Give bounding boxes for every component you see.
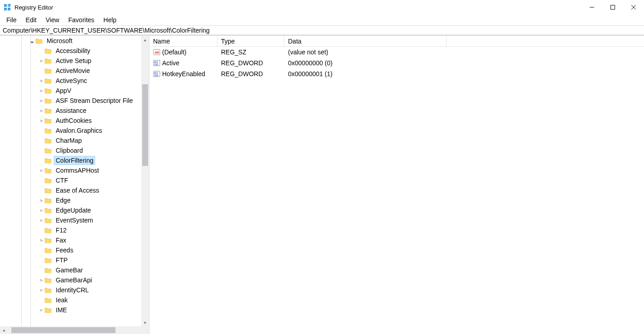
tree-item[interactable]: >CommsAPHost (0, 165, 149, 175)
tree-item-label: CharMap (54, 136, 83, 145)
tree-item[interactable]: >AuthCookies (0, 116, 149, 126)
value-name: (Default) (162, 48, 187, 56)
column-header-data[interactable]: Data (284, 36, 447, 46)
regedit-icon (4, 4, 11, 11)
scroll-left-arrow-icon[interactable]: ◂ (0, 326, 8, 334)
value-row[interactable]: ab(Default)REG_SZ(value not set) (149, 47, 644, 58)
column-header-name[interactable]: Name (149, 36, 217, 46)
minimize-button[interactable] (582, 0, 602, 15)
address-bar[interactable]: Computer\HKEY_CURRENT_USER\SOFTWARE\Micr… (0, 25, 644, 35)
tree-item[interactable]: >AppV (0, 86, 149, 96)
values-body[interactable]: ab(Default)REG_SZ(value not set)011110Ac… (149, 47, 644, 334)
tree-content[interactable]: ⌄MicrosoftAccessibility>Active SetupActi… (0, 36, 149, 315)
scroll-thumb[interactable] (142, 84, 148, 166)
value-name: HotkeyEnabled (162, 70, 205, 77)
menu-file[interactable]: File (2, 15, 21, 24)
reg-sz-icon: ab (153, 48, 160, 56)
tree-item[interactable]: >EdgeUpdate (0, 205, 149, 215)
folder-icon (44, 58, 52, 64)
tree-item-label: AppV (54, 87, 72, 95)
tree-item[interactable]: GameBar (0, 265, 149, 275)
menu-help[interactable]: Help (99, 15, 121, 24)
chevron-right-icon[interactable]: > (38, 237, 44, 243)
tree-item[interactable]: >Active Setup (0, 56, 149, 66)
scroll-thumb-h[interactable] (11, 327, 115, 333)
close-button[interactable] (623, 0, 644, 15)
tree-item[interactable]: >Fax (0, 235, 149, 245)
menu-view[interactable]: View (41, 15, 64, 24)
chevron-down-icon[interactable]: ⌄ (29, 37, 35, 44)
tree-item[interactable]: F12 (0, 225, 149, 235)
chevron-right-icon[interactable]: > (38, 198, 44, 203)
svg-rect-0 (4, 4, 7, 7)
folder-icon (44, 167, 52, 174)
tree-item-label: F12 (54, 226, 68, 234)
tree-vertical-scrollbar[interactable]: ▴ ▾ (141, 36, 149, 326)
tree-item[interactable]: Feeds (0, 245, 149, 255)
tree-item[interactable]: Avalon.Graphics (0, 126, 149, 136)
folder-icon (35, 38, 43, 44)
chevron-right-icon[interactable]: > (38, 118, 44, 124)
folder-icon (44, 287, 52, 293)
value-type: REG_DWORD (217, 70, 284, 77)
chevron-right-icon[interactable]: > (38, 307, 44, 313)
tree-horizontal-scrollbar[interactable]: ◂ ▸ (0, 326, 149, 334)
folder-icon (44, 207, 52, 213)
tree-item-label: Edge (54, 196, 72, 204)
tree-item[interactable]: ⌄Microsoft (0, 36, 149, 46)
chevron-right-icon[interactable]: > (38, 58, 44, 64)
tree-item[interactable]: Ieak (0, 295, 149, 305)
tree-item[interactable]: ColorFiltering (0, 155, 149, 165)
scroll-down-arrow-icon[interactable]: ▾ (141, 319, 149, 326)
folder-icon (44, 237, 52, 243)
chevron-right-icon[interactable]: > (38, 277, 44, 283)
chevron-right-icon[interactable]: > (38, 208, 44, 213)
tree-item[interactable]: Clipboard (0, 145, 149, 155)
scroll-up-arrow-icon[interactable]: ▴ (141, 36, 149, 44)
values-pane: Name Type Data ab(Default)REG_SZ(value n… (149, 36, 644, 334)
tree-item[interactable]: FTP (0, 255, 149, 265)
tree-item-label: Assistance (54, 106, 88, 115)
tree-item-label: AuthCookies (54, 116, 93, 125)
svg-rect-3 (8, 8, 10, 10)
scroll-track[interactable] (141, 44, 149, 319)
tree-item[interactable]: CTF (0, 175, 149, 185)
folder-icon (44, 267, 52, 273)
scroll-track-h[interactable] (8, 326, 141, 334)
tree-item[interactable]: >Edge (0, 195, 149, 205)
folder-icon (44, 187, 52, 194)
chevron-right-icon[interactable]: > (38, 287, 44, 293)
menu-edit[interactable]: Edit (21, 15, 41, 24)
value-type: REG_DWORD (217, 59, 284, 67)
chevron-right-icon[interactable]: > (38, 78, 44, 84)
tree-item[interactable]: >GameBarApi (0, 275, 149, 285)
tree-item[interactable]: ActiveMovie (0, 66, 149, 76)
chevron-right-icon[interactable]: > (38, 168, 44, 174)
tree-item-label: ASF Stream Descriptor File (54, 97, 134, 105)
chevron-right-icon[interactable]: > (38, 98, 44, 104)
tree-item[interactable]: >ASF Stream Descriptor File (0, 96, 149, 106)
menu-bar: File Edit View Favorites Help (0, 15, 644, 25)
value-row[interactable]: 011110HotkeyEnabledREG_DWORD0x00000001 (… (149, 68, 644, 79)
tree-item[interactable]: CharMap (0, 136, 149, 145)
column-header-type[interactable]: Type (217, 36, 284, 46)
scroll-corner (141, 326, 149, 334)
column-header-extra[interactable] (447, 36, 644, 46)
reg-dword-icon: 011110 (153, 70, 160, 77)
tree-item[interactable]: Ease of Access (0, 185, 149, 195)
value-data: 0x00000001 (1) (284, 70, 447, 77)
tree-item-label: Ease of Access (54, 186, 101, 194)
tree-item[interactable]: >ActiveSync (0, 76, 149, 86)
maximize-button[interactable] (602, 0, 623, 15)
tree-item[interactable]: >Assistance (0, 106, 149, 116)
chevron-right-icon[interactable]: > (38, 88, 44, 94)
tree-item[interactable]: >IME (0, 305, 149, 315)
chevron-right-icon[interactable]: > (38, 218, 44, 223)
tree-item[interactable]: >IdentityCRL (0, 285, 149, 295)
chevron-right-icon[interactable]: > (38, 108, 44, 114)
tree-item[interactable]: >EventSystem (0, 215, 149, 225)
folder-icon (44, 197, 52, 203)
tree-item[interactable]: Accessibility (0, 46, 149, 56)
value-row[interactable]: 011110ActiveREG_DWORD0x00000000 (0) (149, 58, 644, 68)
menu-favorites[interactable]: Favorites (64, 15, 99, 24)
